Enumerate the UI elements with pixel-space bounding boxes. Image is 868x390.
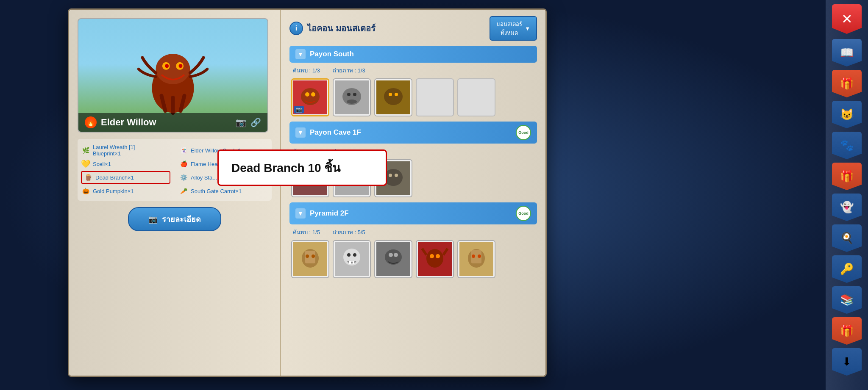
gift-icon: 🎁 — [840, 324, 854, 337]
element-icon: 🔥 — [85, 116, 97, 128]
monster-card[interactable] — [291, 240, 329, 278]
monster-card[interactable] — [374, 78, 412, 116]
monster-card[interactable] — [416, 240, 454, 278]
book-container: 🔥 Elder Willow 📷 🔗 🌿 Laurel Wreath [1]Bl… — [68, 8, 547, 377]
chef-icon: 🍳 — [840, 232, 854, 245]
zone-header[interactable]: ▼ Pyramid 2F Good — [289, 202, 537, 224]
left-page: 🔥 Elder Willow 📷 🔗 🌿 Laurel Wreath [1]Bl… — [69, 10, 281, 376]
svg-point-18 — [395, 93, 398, 96]
svg-point-43 — [385, 249, 402, 265]
drop-icon: 🃏 — [179, 146, 188, 155]
monster-card-empty — [457, 78, 495, 116]
svg-rect-40 — [349, 261, 351, 264]
found-count: 1/5 — [312, 229, 320, 235]
svg-point-49 — [436, 254, 440, 258]
svg-point-14 — [347, 100, 357, 104]
monster-card[interactable] — [457, 240, 495, 278]
camera-badge: 📷 — [294, 106, 304, 113]
zone-pyramid-2f: ▼ Pyramid 2F Good ค้นพบ : 1/5 ถ่ายภาพ : … — [289, 202, 537, 278]
svg-point-35 — [312, 254, 315, 258]
svg-point-44 — [389, 253, 393, 257]
drop-item: 💛 Scell×1 — [81, 159, 170, 169]
zone-name: Pyramid 2F — [310, 209, 349, 218]
sidebar-gift-button-3[interactable]: 🎁 — [832, 317, 862, 345]
gift-icon: 🎁 — [840, 170, 854, 183]
svg-point-53 — [472, 254, 475, 258]
info-icon: i — [289, 22, 303, 35]
good-label: Good — [518, 211, 529, 216]
zone-stats: ค้นพบ : 1/5 ถ่ายภาพ : 5/5 — [289, 228, 537, 237]
detail-button[interactable]: 📷 รายละเอียด — [128, 207, 221, 231]
drop-icon: 🍎 — [179, 159, 188, 169]
zone-good-badge: Good — [516, 125, 531, 140]
drop-name: Alloy Sta... — [191, 174, 217, 181]
svg-point-38 — [347, 253, 351, 257]
book-icon: 📖 — [840, 46, 854, 59]
zone-name: Payon Cave 1F — [310, 128, 361, 137]
monster-row: 📷 — [289, 78, 537, 116]
sidebar-arrow-button[interactable]: ⬇ — [832, 348, 862, 376]
svg-point-8 — [305, 92, 309, 97]
sidebar-ghost-button[interactable]: 👻 — [832, 194, 862, 221]
dead-branch-drop-item: 🪵 Dead Branch×1 — [81, 171, 170, 184]
svg-point-34 — [306, 254, 309, 258]
drop-item: 🥕 South Gate Carrot×1 — [179, 186, 268, 196]
sidebar-gift-button-2[interactable]: 🎁 — [832, 163, 862, 190]
sidebar-paw-button[interactable]: 🐾 — [832, 132, 862, 159]
close-button[interactable]: ✕ — [832, 4, 862, 34]
right-page-content: ▼ Payon South ค้นพบ : 1/3 ถ่ายภาพ : 1/3 — [289, 46, 537, 376]
dead-branch-tooltip: Dead Branch 10 ชิ้น — [217, 149, 387, 186]
right-page-header: i ไอคอน มอนสเตอร์ มอนสเตอร์ทั้งหมด ▼ — [289, 16, 537, 41]
zone-header[interactable]: ▼ Payon South — [289, 46, 537, 63]
zone-stats: ค้นพบ : 1/3 ถ่ายภาพ : 1/3 — [289, 66, 537, 75]
drop-name: Gold Pumpkin×1 — [93, 188, 134, 194]
sidebar-chef-button[interactable]: 🍳 — [832, 224, 862, 252]
monster-card[interactable]: 📷 — [291, 78, 329, 116]
filter-chevron-icon: ▼ — [525, 25, 530, 32]
monster-card[interactable] — [374, 240, 412, 278]
key-icon: 🔑 — [840, 263, 854, 276]
sidebar-book-button[interactable]: 📖 — [832, 39, 862, 66]
drop-name: Laurel Wreath [1]Blueprint×1 — [93, 144, 135, 157]
monster-card-empty — [416, 78, 454, 116]
drop-icon: 💛 — [81, 159, 90, 169]
svg-point-5 — [179, 64, 183, 68]
arrow-icon: ⬇ — [842, 355, 851, 368]
svg-point-39 — [353, 253, 356, 257]
zone-payon-south: ▼ Payon South ค้นพบ : 1/3 ถ่ายภาพ : 1/3 — [289, 46, 537, 116]
photo-count: 1/3 — [358, 67, 365, 74]
sidebar-gift-button-1[interactable]: 🎁 — [832, 70, 862, 97]
svg-point-13 — [353, 93, 356, 96]
drop-item: 🌿 Laurel Wreath [1]Blueprint×1 — [81, 144, 170, 157]
share-icon[interactable]: 🔗 — [250, 117, 261, 127]
monster-sprite — [135, 39, 211, 115]
paw-icon: 🐾 — [840, 139, 854, 152]
book2-icon: 📚 — [840, 293, 854, 307]
camera-icon[interactable]: 📷 — [236, 117, 246, 127]
drop-icon: 🥕 — [179, 186, 188, 196]
drop-icon: 🌿 — [81, 146, 90, 155]
right-page: i ไอคอน มอนสเตอร์ มอนสเตอร์ทั้งหมด ▼ ▼ P… — [281, 10, 545, 376]
svg-point-16 — [384, 88, 403, 105]
drop-icon: ⚙️ — [179, 173, 188, 182]
zone-chevron-icon: ▼ — [295, 208, 306, 219]
zone-header[interactable]: ▼ Payon Cave 1F Good — [289, 122, 537, 144]
drop-item: 🎃 Gold Pumpkin×1 — [81, 186, 170, 196]
cat-icon: 😺 — [840, 108, 854, 121]
gift-icon: 🎁 — [840, 77, 854, 90]
svg-point-48 — [430, 254, 434, 258]
ghost-icon: 👻 — [840, 201, 854, 214]
right-page-title: ไอคอน มอนสเตอร์ — [307, 22, 376, 35]
sidebar-key-button[interactable]: 🔑 — [832, 255, 862, 283]
zone-name: Payon South — [310, 50, 354, 58]
sidebar-cat-button[interactable]: 😺 — [832, 101, 862, 128]
drop-name: Scell×1 — [93, 161, 111, 167]
filter-button[interactable]: มอนสเตอร์ทั้งหมด ▼ — [490, 16, 537, 41]
monster-card[interactable] — [333, 78, 371, 116]
sidebar-book2-button[interactable]: 📚 — [832, 286, 862, 314]
monster-name-bar: 🔥 Elder Willow 📷 🔗 — [78, 113, 267, 132]
monster-card[interactable] — [333, 240, 371, 278]
drop-name: South Gate Carrot×1 — [191, 188, 242, 194]
found-count: 1/3 — [312, 67, 320, 74]
monster-image-box: 🔥 Elder Willow 📷 🔗 — [78, 18, 268, 133]
